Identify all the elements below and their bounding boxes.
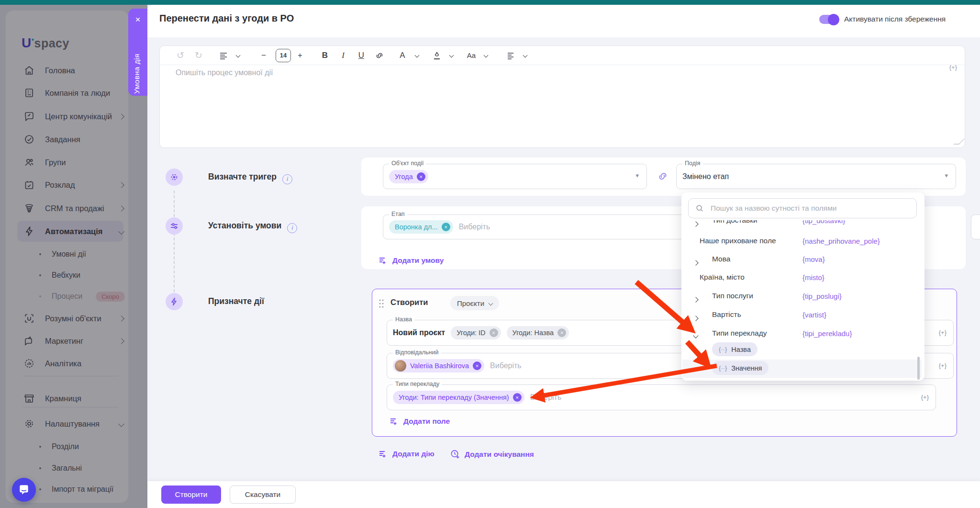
list-icon[interactable] xyxy=(504,49,517,62)
italic-icon[interactable]: I xyxy=(337,49,349,62)
step-label-conditions: Установіть умовиi xyxy=(208,221,297,233)
chevron-down-icon xyxy=(694,331,698,339)
dropdown-subitem-value[interactable]: {··} Значення xyxy=(681,361,924,377)
step-text: Визначте тригер xyxy=(208,172,277,181)
insert-token-button[interactable]: {+} xyxy=(939,362,947,369)
toggle-knob xyxy=(828,14,839,25)
dropdown-item-code: {tip_poslugi} xyxy=(802,292,842,300)
step-label-actions: Призначте дії xyxy=(208,296,264,306)
dropdown-item-country-city[interactable]: Країна, місто {misto} xyxy=(681,270,924,286)
font-decrease-icon[interactable]: − xyxy=(257,49,270,62)
trigger-step-icon xyxy=(166,169,183,186)
align-icon[interactable] xyxy=(217,49,230,62)
step-text: Установіть умови xyxy=(208,221,281,230)
font-size-value[interactable]: 14 xyxy=(276,49,291,62)
clock-plus-icon xyxy=(450,449,460,459)
subfield-label: Назва xyxy=(731,346,751,353)
chip-close-icon[interactable]: × xyxy=(417,172,425,181)
dropdown-subitem-name[interactable]: {··} Назва xyxy=(681,342,924,358)
chip-label: Угоди: ID xyxy=(457,329,485,337)
dropdown-item-label: Тип послуги xyxy=(712,292,753,300)
subfield-chip[interactable]: {··} Значення xyxy=(712,361,768,375)
dropdown-item-cost[interactable]: Вартість {vartist} xyxy=(681,307,924,324)
highlight-icon[interactable] xyxy=(431,49,443,62)
redo-icon[interactable]: ↻ xyxy=(192,49,205,62)
braces-icon: {··} xyxy=(719,364,727,372)
event-object-field[interactable]: Об'єкт події Угода× ▾ xyxy=(383,164,647,189)
dropdown-item-hidden-field[interactable]: Наше приховане поле {nashe_prihovane_pol… xyxy=(681,234,924,250)
entity-select-chip[interactable]: Проєкти xyxy=(450,296,499,310)
dropdown-item-label: Країна, місто xyxy=(700,273,745,282)
event-value: Змінено етап xyxy=(682,172,729,181)
add-condition-link[interactable]: Додати умову xyxy=(378,256,444,265)
bold-icon[interactable]: B xyxy=(319,49,331,62)
info-icon[interactable]: i xyxy=(287,223,297,233)
align-chevron-icon[interactable] xyxy=(232,49,244,62)
chevron-right-icon xyxy=(694,314,698,322)
side-tab-label: Умовна дія xyxy=(133,36,141,94)
chip-close-icon[interactable]: × xyxy=(513,393,522,402)
entity-search-box[interactable] xyxy=(688,198,917,218)
chip-label: Угоди: Типи перекладу (Значення) xyxy=(399,394,509,401)
chip-close-icon[interactable]: × xyxy=(473,361,481,370)
font-color-icon[interactable]: A xyxy=(396,49,409,62)
search-input[interactable] xyxy=(710,203,910,213)
underline-icon[interactable]: U xyxy=(355,49,368,62)
select-placeholder: Виберіть xyxy=(490,361,522,370)
font-family-chevron-icon[interactable] xyxy=(479,49,492,62)
chevron-right-icon xyxy=(694,295,698,304)
add-action-link[interactable]: Додати дію xyxy=(378,449,434,459)
step-connector xyxy=(174,191,175,297)
step-text: Призначте дії xyxy=(208,296,264,306)
add-list-icon xyxy=(378,449,388,459)
link-fields-icon xyxy=(657,170,669,182)
font-increase-icon[interactable]: + xyxy=(294,49,306,62)
token-chip: Угоди: ID× xyxy=(451,326,501,339)
close-icon[interactable]: × xyxy=(128,14,147,25)
create-button[interactable]: Створити xyxy=(161,485,221,504)
chat-launcher-button[interactable] xyxy=(12,478,36,502)
chevron-right-icon xyxy=(694,258,698,267)
insert-token-button[interactable]: {+} xyxy=(939,329,947,336)
insert-token-button[interactable]: {+} xyxy=(921,394,929,401)
dropdown-caret-icon[interactable]: ▾ xyxy=(635,172,639,179)
dropdown-item-service-type[interactable]: Тип послуги {tip_poslugi} xyxy=(681,289,924,305)
cancel-button[interactable]: Скасувати xyxy=(230,485,296,504)
actions-step-icon xyxy=(166,293,183,310)
activate-toggle[interactable] xyxy=(819,15,838,24)
chip-close-icon[interactable]: × xyxy=(442,223,450,231)
dropdown-item-translation-types[interactable]: Типи перекладу {tipi_perekladu} xyxy=(681,326,924,342)
dropdown-item-language[interactable]: Мова {mova} xyxy=(681,252,924,268)
token-chip: Угоди: Назва× xyxy=(507,326,569,339)
dropdown-caret-icon[interactable]: ▾ xyxy=(945,172,948,179)
undo-icon[interactable]: ↺ xyxy=(174,49,187,62)
list-chevron-icon[interactable] xyxy=(519,49,531,62)
insert-token-button[interactable]: {+} xyxy=(949,64,957,71)
event-field[interactable]: Подія Змінено етап ▾ xyxy=(676,164,956,189)
link-icon[interactable] xyxy=(373,49,386,62)
step-label-trigger: Визначте тригерi xyxy=(208,172,292,184)
chip-label: Угода xyxy=(395,173,413,181)
font-color-chevron-icon[interactable] xyxy=(411,49,423,62)
dropdown-item-code: {mova} xyxy=(802,255,825,263)
screen: U•spacy Головна Компанія та люди Центр к… xyxy=(0,0,980,508)
translation-types-field[interactable]: Типи перекладу Угоди: Типи перекладу (Зн… xyxy=(387,384,936,410)
add-field-link[interactable]: Додати поле xyxy=(389,417,450,426)
resize-handle[interactable] xyxy=(953,139,965,145)
chip-close-icon[interactable]: × xyxy=(490,328,498,337)
user-chip: Valeriia Bashkirova× xyxy=(393,359,484,373)
modal-backdrop[interactable] xyxy=(0,5,147,508)
description-editor[interactable]: ↺ ↻ − 14 + B I U A Aa Опишіть проц xyxy=(159,45,965,148)
highlight-chevron-icon[interactable] xyxy=(445,49,457,62)
font-family-icon[interactable]: Aa xyxy=(465,49,478,62)
dropdown-scrollbar[interactable] xyxy=(917,357,920,380)
add-wait-link[interactable]: Додати очікування xyxy=(450,449,534,459)
info-icon[interactable]: i xyxy=(282,174,292,184)
subfield-chip[interactable]: {··} Назва xyxy=(712,342,757,356)
activate-toggle-label: Активувати після збереження xyxy=(844,15,946,23)
drag-handle-icon[interactable] xyxy=(379,298,384,309)
braces-icon: {··} xyxy=(719,346,727,353)
condition-operator-select[interactable]: ▾ xyxy=(971,214,980,239)
chip-close-icon[interactable]: × xyxy=(557,328,566,337)
browser-top-bar xyxy=(0,0,980,5)
